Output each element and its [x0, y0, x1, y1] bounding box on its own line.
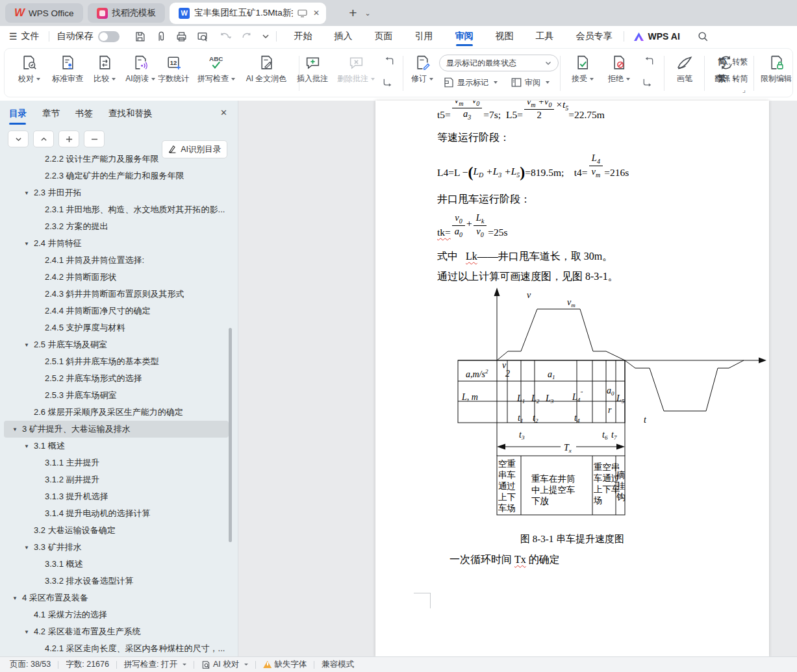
toc-item[interactable]: 3.1.3 提升机选择 — [0, 488, 238, 505]
toc-expand-button[interactable] — [58, 131, 79, 147]
compare-button[interactable]: 比较 — [90, 55, 120, 84]
toc-next-button[interactable] — [8, 131, 29, 147]
tab-chapters[interactable]: 章节 — [42, 101, 60, 127]
toc-item[interactable]: 2.4.1 井筒及井筒位置选择: — [0, 252, 238, 269]
accept-button[interactable]: 接受 — [566, 55, 599, 84]
missing-font-warning[interactable]: 缺失字体 — [263, 659, 307, 670]
toc-item[interactable]: 2.2.2 设计生产能力及服务年限 — [0, 155, 238, 168]
document-page[interactable]: t5=vm −v0a3=7s; L5=vm +v02×t5=22.75m 等速运… — [375, 101, 769, 657]
reject-button[interactable]: 拒绝 — [603, 55, 635, 84]
collapse-icon[interactable]: ▼ — [12, 427, 22, 432]
insert-comment-button[interactable]: 插入批注 — [294, 55, 331, 84]
toc-item[interactable]: 3.2 大巷运输设备确定 — [0, 522, 238, 539]
ai-polish-button[interactable]: AI 全文润色 — [239, 55, 294, 84]
tab-toc[interactable]: 目录 — [9, 101, 27, 127]
toc-item[interactable]: 2.4.2 井筒断面形状 — [0, 269, 238, 286]
print-icon[interactable] — [175, 31, 188, 43]
proofread-button[interactable]: 校对 — [13, 55, 45, 84]
close-sidebar-icon[interactable]: ✕ — [220, 108, 227, 118]
toc-item[interactable]: 2.6 煤层开采顺序及采区生产能力的确定 — [0, 404, 238, 421]
next-comment-icon[interactable] — [382, 75, 395, 88]
previous-comment-icon[interactable] — [382, 56, 395, 69]
collapse-icon[interactable]: ▼ — [24, 443, 34, 449]
to-simplified-button[interactable]: 繁, 转简 — [718, 73, 748, 84]
toc-item[interactable]: 2.3.2 方案的提出 — [0, 218, 238, 235]
toc-item[interactable]: 3.1.4 提升电动机的选择计算 — [0, 505, 238, 522]
print-preview-icon[interactable] — [196, 31, 209, 43]
toc-item[interactable]: 2.5.1 斜井井底车场的基本类型 — [0, 353, 238, 370]
toc-item[interactable]: 2.4.3 斜井井筒断面布置原则及其形式 — [0, 286, 238, 303]
toc-previous-button[interactable] — [33, 131, 54, 147]
ai-proof-status[interactable]: AI 校对 — [201, 659, 248, 670]
file-menu[interactable]: ☰ 文件 — [0, 31, 49, 42]
autosave-toggle[interactable] — [98, 31, 120, 42]
toc-item[interactable]: ▼3.1 概述 — [0, 438, 238, 454]
new-tab-button[interactable]: + — [349, 5, 357, 21]
toc-item[interactable]: 4.2.1 采区走向长度、采区内各种煤柱的尺寸，... — [0, 640, 238, 657]
menu-tools[interactable]: 工具 — [525, 26, 565, 47]
toc-item[interactable]: 2.3.1 井田地形、构造、水文地质对其开拓的影... — [0, 201, 238, 218]
toc-item[interactable]: 3.1.2 副井提升 — [0, 471, 238, 488]
save-icon[interactable] — [134, 31, 146, 43]
tab-template[interactable]: 找稻壳模板 — [88, 3, 166, 23]
toc-item[interactable]: ▼4.2 采区巷道布置及生产系统 — [0, 623, 238, 640]
previous-change-icon[interactable] — [642, 56, 655, 69]
markup-state-select[interactable]: 显示标记的最终状态 — [439, 55, 559, 71]
toc-item[interactable]: 2.4.4 井筒断面净尺寸的确定 — [0, 303, 238, 319]
wps-ai-button[interactable]: WPS AI — [633, 31, 680, 42]
ribbon-expand-icon[interactable]: ⌟ — [742, 86, 746, 94]
menu-reference[interactable]: 引用 — [404, 26, 444, 47]
pen-button[interactable]: 画笔 — [670, 55, 699, 84]
toc-item[interactable]: ▼3.3 矿井排水 — [0, 539, 238, 556]
toc-item-selected[interactable]: ▼3 矿井提升、大巷运输及排水 — [4, 421, 229, 438]
search-icon[interactable] — [697, 31, 709, 42]
toc-item[interactable]: ▼2.4 井筒特征 — [0, 235, 238, 252]
toc-collapse-button[interactable] — [84, 131, 105, 147]
toc-item[interactable]: 2.2.3 确定矿井的生产能力和服务年限 — [0, 168, 238, 184]
sidebar-scrollbar[interactable] — [229, 328, 232, 542]
undo-icon[interactable] — [217, 31, 233, 43]
spell-check-status[interactable]: 拼写检查: 打开 — [124, 659, 186, 670]
menu-member[interactable]: 会员专享 — [565, 26, 624, 47]
show-markup-button[interactable]: 显示标记 — [443, 77, 498, 88]
menu-review[interactable]: 审阅 — [444, 26, 485, 47]
collapse-icon[interactable]: ▼ — [24, 241, 34, 247]
toc-item[interactable]: 2.5.3 井底车场硐室 — [0, 387, 238, 404]
redo-icon[interactable] — [241, 31, 253, 43]
menu-insert[interactable]: 插入 — [323, 26, 364, 47]
collapse-icon[interactable]: ▼ — [24, 629, 34, 635]
next-change-icon[interactable] — [642, 75, 655, 88]
restrict-edit-button[interactable]: 限制编辑 — [758, 55, 794, 84]
track-changes-button[interactable]: 修订 — [407, 55, 438, 84]
close-tab-icon[interactable]: ✕ — [313, 8, 320, 18]
toc-item[interactable]: 3.1.1 主井提升 — [0, 454, 238, 471]
collapse-icon[interactable]: ▼ — [24, 190, 34, 196]
menu-page[interactable]: 页面 — [364, 26, 404, 47]
toc-item[interactable]: 3.3.2 排水设备选型计算 — [0, 573, 238, 590]
tab-document[interactable]: W 宝丰集团红五矿1.5Mta新井通 ✕ — [170, 3, 326, 24]
tab-list-chevron-icon[interactable]: ⌄ — [364, 9, 370, 18]
collapse-icon[interactable]: ▼ — [24, 342, 34, 348]
tab-bookmarks[interactable]: 书签 — [75, 101, 93, 127]
share-screen-icon[interactable] — [297, 9, 307, 18]
to-traditional-button[interactable]: 简, 转繁 — [718, 56, 748, 68]
review-pane-button[interactable]: 审阅 — [511, 77, 550, 88]
standard-review-button[interactable]: 标准审查 — [47, 55, 88, 84]
menu-start[interactable]: 开始 — [283, 26, 323, 47]
toc-item[interactable]: 2.4.5 支护厚度与材料 — [0, 319, 238, 336]
toc-item[interactable]: ▼4 采区布置及装备 — [0, 590, 238, 606]
collapse-icon[interactable]: ▼ — [12, 595, 22, 601]
menu-view[interactable]: 视图 — [485, 26, 525, 47]
output-icon[interactable] — [155, 31, 167, 43]
spell-check-button[interactable]: ABC 拼写检查 — [195, 55, 238, 84]
toc-item[interactable]: 2.5.2 井底车场形式的选择 — [0, 370, 238, 387]
toc-item[interactable]: 3.3.1 概述 — [0, 556, 238, 573]
tab-find-replace[interactable]: 查找和替换 — [108, 101, 153, 127]
quickbar-chevron-icon[interactable] — [262, 32, 270, 40]
toc-item[interactable]: 4.1 采煤方法的选择 — [0, 606, 238, 623]
tab-wps-office[interactable]: W WPS Office — [5, 3, 83, 23]
collapse-icon[interactable]: ▼ — [24, 545, 34, 551]
toc-item[interactable]: ▼2.3 井田开拓 — [0, 184, 238, 201]
word-count-button[interactable]: 12 字数统计 — [153, 55, 194, 84]
toc-item[interactable]: ▼2.5 井底车场及硐室 — [0, 336, 238, 353]
